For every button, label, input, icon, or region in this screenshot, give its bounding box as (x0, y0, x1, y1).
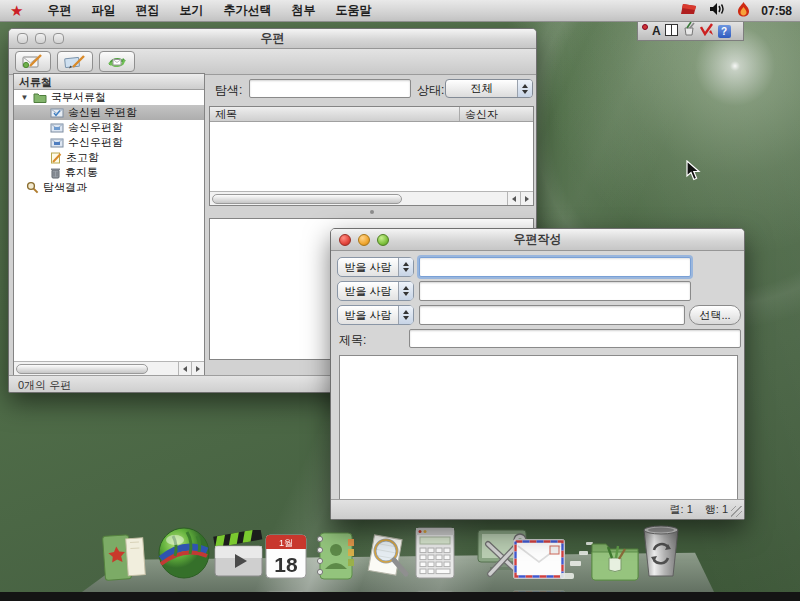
recipient-type-dropdown[interactable]: 받을 사람 (337, 257, 414, 277)
folder-label: 휴지통 (65, 165, 98, 180)
scroll-right-button[interactable] (520, 192, 533, 205)
folder-local-root[interactable]: ▼ 국부서류철 (14, 90, 204, 105)
column-sender[interactable]: 송신자 (460, 107, 533, 121)
dropdown-spinner-icon (398, 258, 413, 276)
compose-window: 우편작성 받을 사람 받을 사람 받을 사람 선택... 제목: 렬: 1 행:… (330, 228, 745, 520)
menu-file[interactable]: 파일 (91, 2, 115, 19)
menu-edit[interactable]: 편집 (135, 2, 159, 19)
zoom-button[interactable] (377, 234, 389, 246)
sidebar-horizontal-scrollbar[interactable] (14, 361, 204, 375)
search-results-icon (26, 181, 39, 194)
folder-label: 수신우편함 (68, 135, 123, 150)
minimize-button[interactable] (35, 33, 46, 44)
folder-label: 탐색결과 (43, 180, 87, 195)
mail-window-titlebar[interactable]: 우편 (9, 29, 536, 49)
folder-sidebar: 서류철 ▼ 국부서류철 송신된 우편함 송신우편함 수신우편함 초고함 (13, 73, 205, 376)
recipient-type-dropdown[interactable]: 받을 사람 (337, 281, 414, 301)
dock: 1월18 (0, 518, 800, 592)
minimize-button[interactable] (358, 234, 370, 246)
menu-view[interactable]: 보기 (179, 2, 203, 19)
speaker-icon[interactable] (709, 2, 726, 19)
recipient-input-2[interactable] (419, 281, 691, 301)
dropdown-spinner-icon (398, 306, 413, 324)
folder-trash[interactable]: 휴지통 (14, 165, 204, 180)
subject-label: 제목: (339, 332, 366, 349)
menu-attach[interactable]: 첨부 (291, 2, 315, 19)
red-star-icon[interactable]: ★ (10, 3, 23, 18)
resize-grip[interactable] (731, 506, 742, 517)
dock-stamp-album-icon[interactable] (100, 530, 150, 588)
close-button[interactable] (17, 33, 28, 44)
compose-statusbar: 렬: 1 행: 1 (331, 499, 744, 519)
flame-ime-icon[interactable] (737, 2, 750, 20)
folder-search-results[interactable]: 탐색결과 (14, 180, 204, 195)
select-recipient-button[interactable]: 선택... (689, 305, 741, 325)
dock-calculator-icon[interactable] (413, 526, 457, 584)
dock-address-book-icon[interactable] (311, 531, 357, 585)
red-flag-icon[interactable] (679, 2, 698, 19)
menu-help[interactable]: 도움말 (335, 2, 371, 19)
dock-applications-folder-icon[interactable] (588, 534, 642, 586)
desktop: ★ 우편 파일 편집 보기 추가선택 첨부 도움말 07:58 A (0, 0, 800, 601)
ime-brush-tool-button[interactable] (682, 22, 696, 40)
scroll-left-button[interactable] (507, 192, 520, 205)
folder-sent-mailbox[interactable]: 송신된 우편함 (14, 105, 204, 120)
calendar-month: 1월 (279, 538, 293, 548)
subject-input[interactable] (409, 329, 741, 348)
status-filter-value: 전체 (446, 81, 517, 96)
folder-label: 송신우편함 (68, 120, 123, 135)
menu-options[interactable]: 추가선택 (223, 2, 271, 19)
zoom-button[interactable] (53, 33, 64, 44)
new-mail-button[interactable] (15, 51, 51, 72)
inbox-icon (50, 138, 64, 148)
mail-count-text: 0개의 우편 (18, 379, 71, 391)
folder-drafts[interactable]: 초고함 (14, 150, 204, 165)
dock-web-browser-icon[interactable] (157, 526, 211, 584)
dock-trash-icon[interactable] (640, 524, 682, 584)
recipient-input-1[interactable] (419, 257, 691, 277)
ime-help-button[interactable]: ? (718, 25, 731, 38)
dropdown-spinner-icon (398, 282, 413, 300)
disclosure-triangle-icon[interactable]: ▼ (20, 93, 29, 102)
ime-layout-button[interactable] (665, 22, 678, 40)
scrollbar-thumb[interactable] (212, 194, 402, 204)
folder-label: 초고함 (66, 150, 99, 165)
calendar-day: 18 (274, 553, 298, 576)
dock-media-player-icon[interactable] (212, 530, 266, 584)
compose-window-titlebar[interactable]: 우편작성 (331, 229, 744, 251)
search-input[interactable] (249, 79, 411, 98)
mouse-cursor (686, 160, 701, 185)
message-list-header: 제목 송신자 (210, 107, 533, 122)
compose-window-title: 우편작성 (331, 231, 744, 248)
scroll-left-button[interactable] (178, 362, 191, 375)
message-body-input[interactable] (339, 355, 738, 501)
pane-splitter[interactable] (209, 208, 534, 216)
send-receive-button[interactable] (99, 51, 135, 72)
ime-close-button[interactable] (642, 24, 648, 30)
sent-mail-icon (50, 108, 64, 118)
message-list-body[interactable] (210, 122, 533, 191)
recipient-type-value: 받을 사람 (338, 284, 398, 299)
close-button[interactable] (339, 234, 351, 246)
folder-inbox[interactable]: 수신우편함 (14, 135, 204, 150)
scroll-right-button[interactable] (191, 362, 204, 375)
compose-reply-button[interactable] (57, 51, 93, 72)
menu-mail[interactable]: 우편 (47, 2, 71, 19)
ime-latin-mode-button[interactable]: A (652, 24, 661, 38)
column-title[interactable]: 제목 (210, 107, 460, 121)
folder-outbox[interactable]: 송신우편함 (14, 120, 204, 135)
trash-icon (50, 167, 61, 179)
ime-pen-mode-button[interactable] (700, 22, 714, 40)
message-list-horizontal-scrollbar[interactable] (210, 191, 533, 205)
recipient-type-value: 받을 사람 (338, 308, 398, 323)
dropdown-spinner-icon (517, 80, 532, 97)
scrollbar-thumb[interactable] (16, 364, 148, 374)
recipient-type-dropdown[interactable]: 받을 사람 (337, 305, 414, 325)
sidebar-header: 서류철 (14, 74, 204, 90)
dock-calendar-icon[interactable]: 1월18 (264, 532, 308, 584)
status-filter-dropdown[interactable]: 전체 (445, 79, 533, 98)
recipient-input-3[interactable] (419, 305, 685, 325)
dock-file-search-icon[interactable] (358, 531, 412, 585)
recipient-type-value: 받을 사람 (338, 260, 398, 275)
mail-window-title: 우편 (9, 30, 536, 47)
